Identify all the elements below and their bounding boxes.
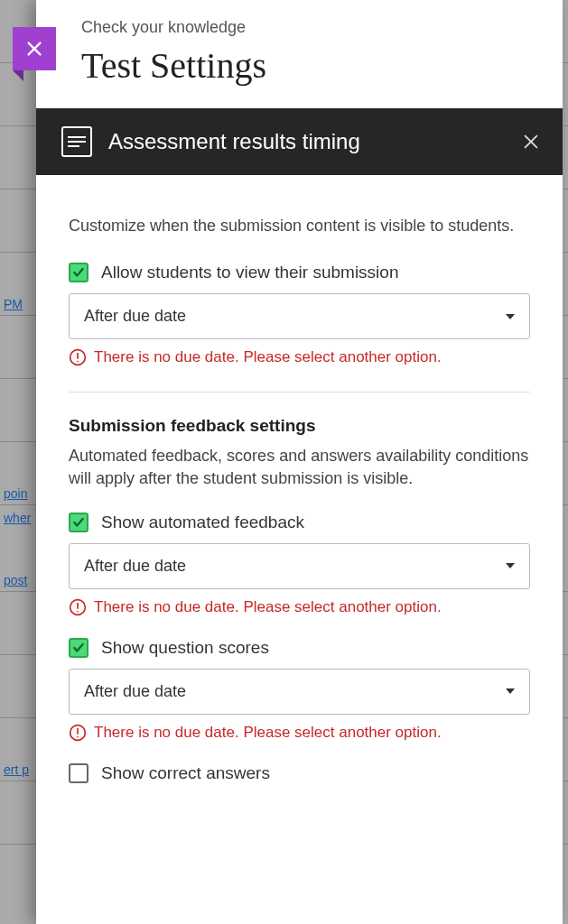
automated-feedback-checkbox[interactable] [69,513,88,532]
svg-point-12 [77,735,79,737]
correct-answers-group: Show correct answers [69,763,530,783]
error-icon [69,598,87,616]
section-bar: Assessment results timing [36,108,563,175]
assessment-icon [61,126,92,157]
caret-down-icon [506,688,515,694]
section-title: Assessment results timing [108,129,505,154]
caret-down-icon [506,563,515,568]
close-section-button[interactable] [521,132,541,152]
feedback-section-title: Submission feedback settings [69,416,530,436]
header-kicker: Check your knowledge [81,18,537,37]
question-scores-group: Show question scores After due date Ther… [69,638,530,742]
question-scores-checkbox[interactable] [69,638,88,658]
intro-text: Customize when the submission content is… [69,215,530,237]
question-scores-error: There is no due date. Please select anot… [69,724,530,742]
settings-panel: Check your knowledge Test Settings Asses… [36,0,563,924]
view-submission-select[interactable]: After due date [69,293,530,339]
error-icon [69,724,87,742]
question-scores-select[interactable]: After due date [69,669,530,715]
view-submission-group: Allow students to view their submission … [69,263,530,366]
correct-answers-checkbox[interactable] [69,763,88,783]
svg-point-9 [77,610,79,612]
automated-feedback-select[interactable]: After due date [69,543,530,589]
svg-point-6 [77,361,79,363]
automated-feedback-label: Show automated feedback [101,513,304,532]
automated-feedback-group: Show automated feedback After due date T… [69,513,530,616]
question-scores-label: Show question scores [101,638,269,658]
panel-body: Customize when the submission content is… [36,175,563,924]
view-submission-checkbox[interactable] [69,263,88,282]
view-submission-error: There is no due date. Please select anot… [69,348,530,366]
caret-down-icon [506,314,515,319]
select-value: After due date [84,682,186,701]
automated-feedback-error: There is no due date. Please select anot… [69,598,530,616]
error-icon [69,348,87,366]
close-panel-tab[interactable] [13,27,56,70]
divider [69,392,530,393]
correct-answers-label: Show correct answers [101,763,270,783]
panel-header: Check your knowledge Test Settings [36,0,563,108]
close-icon [24,39,44,59]
page-title: Test Settings [81,44,537,87]
view-submission-label: Allow students to view their submission [101,263,398,282]
select-value: After due date [84,307,186,326]
select-value: After due date [84,557,186,576]
feedback-section-desc: Automated feedback, scores and answers a… [69,445,530,490]
